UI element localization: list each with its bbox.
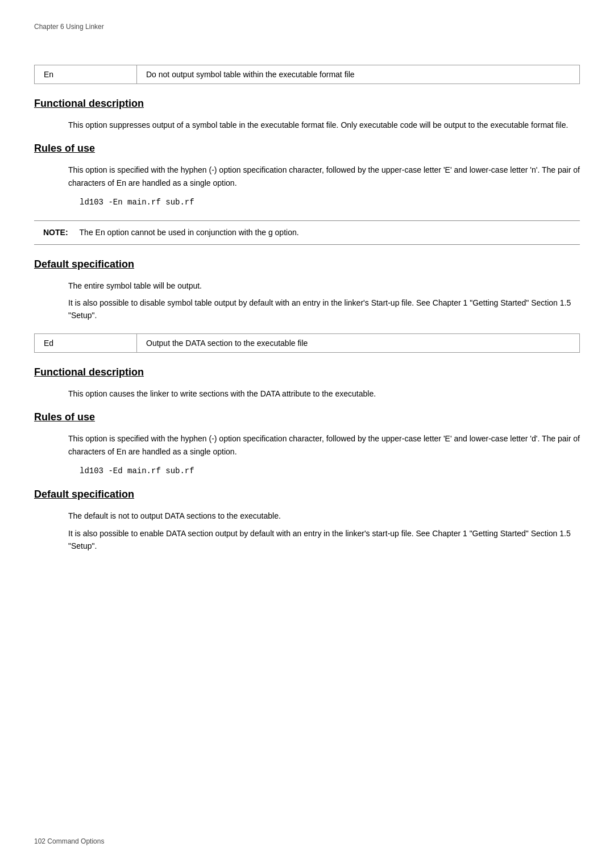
page-footer: 102 Command Options <box>34 837 104 845</box>
ed-default-specification-body: The default is not to output DATA sectio… <box>68 510 580 552</box>
en-default-specification-heading: Default specification <box>34 258 580 270</box>
en-default-specification-text2: It is also possible to disable symbol ta… <box>68 297 580 322</box>
ed-code-example: ld103 -Ed main.rf sub.rf <box>80 465 580 477</box>
en-note-text: The En option cannot be used in conjunct… <box>80 227 299 239</box>
en-default-specification-section: Default specification The entire symbol … <box>34 258 580 322</box>
ed-functional-description-heading: Functional description <box>34 366 580 378</box>
ed-default-specification-text2: It is also possible to enable DATA secti… <box>68 527 580 553</box>
ed-default-specification-section: Default specification The default is not… <box>34 489 580 552</box>
en-functional-description-text: This option suppresses output of a symbo… <box>68 119 580 131</box>
ed-default-specification-heading: Default specification <box>34 489 580 500</box>
en-note-label: NOTE: <box>43 227 68 239</box>
ed-functional-description-text: This option causes the linker to write s… <box>68 387 580 400</box>
ed-rules-of-use-heading: Rules of use <box>34 411 580 423</box>
en-functional-description-section: Functional description This option suppr… <box>34 98 580 131</box>
ed-command-key: Ed <box>35 334 137 352</box>
ed-rules-of-use-text: This option is specified with the hyphen… <box>68 432 580 458</box>
en-functional-description-body: This option suppresses output of a symbo… <box>68 119 580 131</box>
en-rules-of-use-section: Rules of use This option is specified wi… <box>34 143 580 208</box>
ed-command-row: Ed Output the DATA section to the execut… <box>34 333 580 353</box>
chapter-header: Chapter 6 Using Linker <box>34 23 580 31</box>
en-command-key: En <box>35 65 137 84</box>
en-note-box: NOTE: The En option cannot be used in co… <box>34 220 580 245</box>
en-command-row: En Do not output symbol table within the… <box>34 65 580 84</box>
en-functional-description-heading: Functional description <box>34 98 580 110</box>
en-rules-of-use-heading: Rules of use <box>34 143 580 155</box>
en-rules-of-use-text: This option is specified with the hyphen… <box>68 164 580 189</box>
ed-rules-of-use-section: Rules of use This option is specified wi… <box>34 411 580 477</box>
en-command-description: Do not output symbol table within the ex… <box>137 65 579 84</box>
ed-functional-description-body: This option causes the linker to write s… <box>68 387 580 400</box>
ed-default-specification-text1: The default is not to output DATA sectio… <box>68 510 580 522</box>
en-rules-of-use-body: This option is specified with the hyphen… <box>68 164 580 208</box>
en-default-specification-text1: The entire symbol table will be output. <box>68 279 580 292</box>
en-default-specification-body: The entire symbol table will be output. … <box>68 279 580 322</box>
ed-rules-of-use-body: This option is specified with the hyphen… <box>68 432 580 477</box>
en-code-example: ld103 -En main.rf sub.rf <box>80 196 580 208</box>
ed-functional-description-section: Functional description This option cause… <box>34 366 580 400</box>
ed-command-description: Output the DATA section to the executabl… <box>137 334 579 352</box>
